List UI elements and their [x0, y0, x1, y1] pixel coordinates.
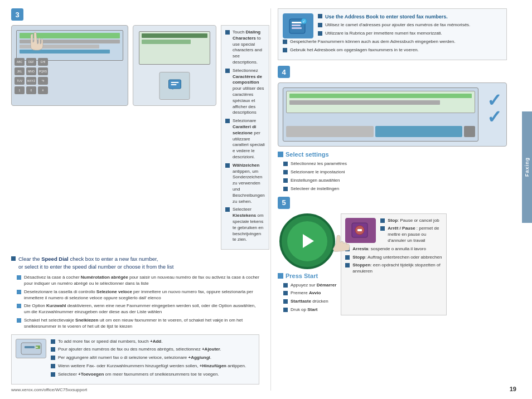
settings-fr-text: Sélectionnez les paramètres	[291, 161, 347, 167]
start-it-bullet: Premere Avvio	[283, 290, 336, 296]
dialing-chars-panel	[133, 25, 216, 106]
svg-rect-2	[171, 84, 176, 85]
bullet-icon	[17, 290, 21, 294]
bullet-icon	[283, 187, 288, 191]
bullet-icon	[283, 170, 288, 174]
bullet-icon	[225, 163, 230, 168]
stop-fr-text: Arrêt / Pause : permet de mettre en paus…	[388, 226, 442, 244]
section4-device: ✓ ✓	[278, 82, 507, 147]
add-more-nl-bullet: Selecteer +Toevoegen om meer faxnummers …	[51, 372, 246, 378]
start-nl-bullet: Druk op Start	[283, 307, 336, 313]
addr-fr-bullet: Utilisez le carnet d'adresses pour ajout…	[318, 22, 502, 28]
bullet-icon	[380, 226, 385, 231]
settings-bullet-icon	[278, 152, 283, 157]
addr-it-text: Utilizzare la Rubrica per immettere nume…	[325, 31, 442, 37]
section3-main-bullet: Clear the Speed Dial check box to enter …	[11, 255, 259, 270]
start-fr-bullet: Appuyez sur Démarrer	[283, 283, 336, 289]
bullet-icon	[51, 347, 55, 352]
right-column: ✓ Use the Address Book to enter stored f…	[272, 0, 521, 399]
select-settings-label: Select settings	[286, 151, 329, 158]
column-divider	[270, 8, 271, 391]
add-more-de: Wenn weitere Fax- oder Kurzwahlnummern h…	[58, 363, 246, 369]
stop-en-text: Stop: Pause or cancel job	[388, 218, 439, 224]
bullet-icon	[318, 23, 322, 27]
svg-rect-1	[171, 82, 178, 83]
bullet-icon	[225, 30, 230, 35]
addr-nl-bullet: Gebruik het Adresboek om opgeslagen faxn…	[283, 47, 502, 53]
section5-area: Press Start Appuyez sur Démarrer Premere…	[278, 213, 507, 315]
stop-box: Stop: Pause or cancel job Arrêt / Pause …	[341, 213, 447, 315]
add-more-nl: Selecteer +Toevoegen om meer faxnummers …	[58, 372, 219, 378]
settings-bullets: Sélectionnez les paramètres Selezionare …	[283, 161, 507, 192]
start-fr-text: Appuyez sur Démarrer	[291, 283, 336, 289]
stop-de-text: Stopp: Auftrag unterbrechen oder abbrech…	[352, 255, 442, 261]
section5-header: 5	[278, 197, 507, 209]
bullet-icon	[225, 119, 230, 123]
bullet-icon	[283, 48, 287, 52]
section4-badge: 4	[278, 66, 290, 78]
add-more-box: + To add more fax or speed dial numbers,…	[11, 334, 259, 385]
address-book-box: ✓ Use the Address Book to enter stored f…	[278, 8, 507, 60]
s3-nl-bullet: Schakel het selectievakje Snelkiezen uit…	[17, 318, 259, 330]
dialing-fr-text: Sélectionnez Caractères de composition p…	[233, 68, 265, 116]
svg-text:+: +	[35, 345, 38, 350]
section5-badge: 5	[278, 197, 290, 209]
settings-nl-bullet: Selecteer de instellingen	[283, 186, 507, 192]
svg-marker-14	[303, 234, 314, 248]
url-text: www.xerox.com/office/WC75xxsupport	[11, 387, 87, 392]
start-de-text: Starttaste drücken	[291, 299, 328, 305]
dialing-de-bullet: Wählzeichen antippen, um Sonderzeichen z…	[225, 163, 265, 205]
bullet-icon	[51, 372, 55, 377]
bullet-icon	[17, 275, 21, 280]
svg-rect-10	[292, 25, 301, 26]
dialing-nl-text: Selecteer Kiestekens om speciale tekens …	[233, 207, 265, 243]
dialing-description-box: Touch Dialing Characters to use special …	[221, 25, 269, 250]
hand-pointer	[23, 30, 45, 53]
section4-header: 4	[278, 66, 507, 78]
start-it-text: Premere Avvio	[291, 290, 321, 296]
bullet-icon	[283, 162, 288, 166]
bullet-icon	[283, 291, 288, 295]
stop-fr-bullet: Arrêt / Pause : permet de mettre en paus…	[380, 226, 442, 244]
settings-de-text: Einstellungen auswählen	[291, 178, 340, 184]
bullet-icon	[283, 308, 288, 312]
s3-fr-bullet: Désactivez la case à cocher Numérotation…	[17, 275, 259, 287]
section3-main-text: Clear the Speed Dial check box to enter …	[11, 255, 259, 270]
svg-marker-3	[171, 89, 173, 90]
svg-text:✓: ✓	[302, 20, 306, 23]
addr-en-text: Use the Address Book to enter stored fax…	[325, 13, 448, 20]
checkmark2: ✓	[487, 108, 502, 126]
section3-device-illustration: ABCDEFGHI JKLMNOPQRS TUVWXYZ*# 10#	[11, 25, 128, 106]
addr-nl-text: Gebruik het Adresboek om opgeslagen faxn…	[290, 47, 419, 53]
bullet-icon	[51, 356, 55, 360]
dialing-en-bullet: Touch Dialing Characters to use special …	[225, 30, 265, 66]
bullet-icon	[345, 255, 350, 260]
settings-de-bullet: Einstellungen auswählen	[283, 178, 507, 184]
add-more-fr-bullet: Pour ajouter des numéros de fax ou des n…	[51, 347, 246, 353]
svg-rect-17	[357, 229, 362, 231]
dialing-nl-bullet: Selecteer Kiestekens om speciale tekens …	[225, 207, 265, 243]
s3-fr-text: Désactivez la case à cocher Numérotation…	[24, 275, 259, 287]
bullet-icon	[283, 283, 288, 288]
bullet-icon	[318, 31, 322, 36]
left-column: 3 ABCDEFGHI JKLMNOPQRS TUVWXYZ*#	[0, 0, 268, 399]
section3-main-label: Clear the Speed Dial check box to enter …	[18, 255, 173, 270]
page: Faxing 3 ABCDEFGHI	[0, 0, 532, 399]
press-start-section: Press Start Appuyez sur Démarrer Premere…	[278, 273, 336, 315]
bottom-url: www.xerox.com/office/WC75xxsupport	[11, 387, 87, 392]
bullet-icon	[11, 256, 16, 261]
bullet-icon	[51, 339, 55, 344]
keypad-illustration: ABCDEFGHI JKLMNOPQRS TUVWXYZ*# 10#	[14, 58, 54, 103]
settings-fr-bullet: Sélectionnez les paramètres	[283, 161, 507, 167]
side-tab-label: Faxing	[524, 157, 530, 177]
bullet-icon	[318, 14, 322, 18]
settings-it-bullet: Selezionare le impostazioni	[283, 169, 507, 176]
bullet-icon	[225, 207, 230, 212]
addr-fr-text: Utilisez le carnet d'adresses pour ajout…	[325, 22, 470, 28]
bullet-icon	[380, 218, 385, 223]
select-settings-title: Select settings	[278, 151, 507, 158]
dialing-de-text: Wählzeichen antippen, um Sonderzeichen z…	[233, 163, 265, 205]
start-button-inner	[287, 221, 327, 261]
stop-nl-bullet: Stoppen: een opdracht tijdelijk stopzett…	[345, 262, 442, 275]
dialing-it-bullet: Selezionare Caratteri di selezione per u…	[225, 118, 265, 160]
